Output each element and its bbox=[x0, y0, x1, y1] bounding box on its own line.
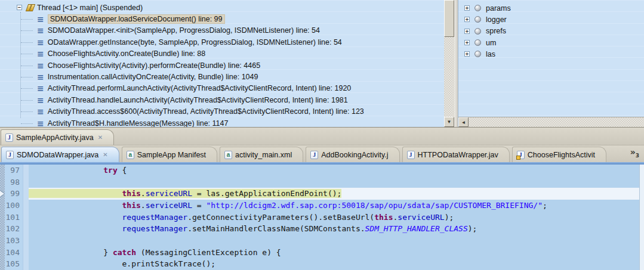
expand-icon[interactable]: + bbox=[464, 40, 470, 45]
variable-icon bbox=[474, 16, 481, 23]
scrollbar-thumb[interactable] bbox=[444, 0, 454, 37]
code-text[interactable]: requestManager.setMainHandlerClassName(S… bbox=[29, 223, 639, 235]
expand-icon[interactable]: + bbox=[464, 17, 470, 22]
code-line[interactable]: 105 e.printStackTrace(); bbox=[5, 258, 639, 270]
folding-margin bbox=[23, 223, 29, 235]
line-number: 102 bbox=[5, 223, 23, 235]
stack-frame[interactable]: ≡ActivityThread.access$600(ActivityThrea… bbox=[0, 106, 444, 117]
stack-frame[interactable]: ≡ActivityThread.performLaunchActivity(Ac… bbox=[0, 83, 444, 94]
scroll-down-button[interactable]: ▼ bbox=[444, 117, 454, 127]
tab-activity-main-xml[interactable]: aactivity_main.xml bbox=[220, 147, 303, 162]
expand-icon[interactable]: + bbox=[464, 51, 470, 57]
stack-frame-label: ActivityThread$H.handleMessage(Message) … bbox=[48, 119, 229, 127]
line-number: 101 bbox=[5, 212, 23, 224]
code-text[interactable]: this.serviceURL = las.getApplicationEndP… bbox=[29, 188, 639, 200]
code-line[interactable]: 103 bbox=[5, 235, 639, 247]
editor-tabbar-bottom: JSDMODataWrapper.java✕aSampleApp Manifes… bbox=[0, 145, 644, 162]
stack-frame-label: SDMODataWrapper.loadServiceDocument() li… bbox=[48, 14, 225, 24]
tab-overflow-chevron[interactable]: »3 bbox=[630, 148, 639, 160]
debug-call-stack: − Thread [<1> main] (Suspended) ≡SDMODat… bbox=[0, 0, 444, 127]
variable-row[interactable]: +sprefs bbox=[458, 26, 644, 37]
tab-label: SampleAppActivity.java bbox=[16, 134, 94, 142]
stack-frame[interactable]: ≡ODataWrapper.getInstance(byte, SampleAp… bbox=[0, 36, 444, 48]
stack-frame-label: ActivityThread.access$600(ActivityThread… bbox=[48, 107, 364, 116]
variable-row[interactable]: +las bbox=[458, 48, 644, 60]
stack-frame-icon: ≡ bbox=[37, 96, 44, 104]
tab-httpodatawrapper-jav[interactable]: JHTTPODataWrapper.jav bbox=[402, 147, 510, 162]
java-file-icon: J bbox=[310, 151, 318, 159]
collapse-icon[interactable]: − bbox=[17, 5, 22, 10]
code-tokens: requestManager.setMainHandlerClassName(S… bbox=[29, 224, 477, 233]
line-number: 104 bbox=[5, 247, 23, 259]
expand-icon[interactable]: + bbox=[464, 29, 470, 34]
code-line[interactable]: 100 this.serviceURL = "http://ldcigm2.wd… bbox=[5, 200, 639, 212]
code-line[interactable]: 97 try { bbox=[5, 165, 639, 176]
folding-margin bbox=[23, 258, 29, 270]
overview-ruler[interactable] bbox=[639, 165, 644, 270]
variable-row[interactable]: +um bbox=[458, 37, 644, 48]
variable-icon bbox=[474, 39, 481, 46]
folding-margin bbox=[23, 165, 29, 176]
annotation-ruler[interactable] bbox=[0, 165, 5, 270]
android-xml-file-icon: a bbox=[127, 151, 134, 159]
code-tokens: e.printStackTrace(); bbox=[29, 259, 215, 268]
stack-frame[interactable]: ≡ActivityThread.handleLaunchActivity(Act… bbox=[0, 94, 444, 105]
debug-vertical-scrollbar[interactable]: ▼ bbox=[444, 0, 454, 127]
stack-frame-label: SDMODataWrapper.<init>(SampleApp, Progre… bbox=[48, 26, 320, 35]
close-icon[interactable]: ✕ bbox=[103, 152, 107, 158]
tab-label: activity_main.xml bbox=[235, 151, 292, 159]
code-tokens: requestManager.getConnectivityParameters… bbox=[29, 213, 454, 222]
stack-frame-label: ODataWrapper.getInstance(byte, SampleApp… bbox=[48, 38, 342, 46]
variables-horizontal-scrollbar[interactable]: ◄ bbox=[458, 117, 644, 127]
tab-chooseflightsactivit[interactable]: JChooseFlightsActivit bbox=[512, 147, 606, 162]
stack-frame-icon: ≡ bbox=[37, 107, 44, 116]
stack-frame-icon: ≡ bbox=[37, 26, 44, 35]
instruction-pointer-icon bbox=[0, 191, 4, 197]
code-line[interactable]: 102 requestManager.setMainHandlerClassNa… bbox=[5, 223, 639, 235]
code-text[interactable] bbox=[29, 176, 639, 188]
code-line[interactable]: 101 requestManager.getConnectivityParame… bbox=[5, 212, 639, 224]
tab-sdmodatawrapper-java[interactable]: JSDMODataWrapper.java✕ bbox=[1, 147, 119, 162]
scroll-left-button[interactable]: ◄ bbox=[458, 117, 469, 127]
thread-node[interactable]: − Thread [<1> main] (Suspended) bbox=[0, 2, 444, 13]
stack-frame[interactable]: ≡ActivityThread$H.handleMessage(Message)… bbox=[0, 117, 444, 127]
debug-view: − Thread [<1> main] (Suspended) ≡SDMODat… bbox=[0, 0, 454, 127]
line-number: 100 bbox=[5, 200, 23, 212]
stack-frame[interactable]: ≡ChooseFlightsActivity(Activity).perform… bbox=[0, 60, 444, 71]
stack-frame[interactable]: ≡Instrumentation.callActivityOnCreate(Ac… bbox=[0, 71, 444, 82]
tab-sampleapp-manifest[interactable]: aSampleApp Manifest bbox=[122, 147, 217, 162]
thread-suspended-icon bbox=[25, 4, 34, 11]
line-number: 98 bbox=[5, 176, 23, 188]
expand-icon[interactable]: + bbox=[464, 5, 470, 11]
code-editor[interactable]: 97 try {9899 this.serviceURL = las.getAp… bbox=[0, 165, 644, 270]
code-lines[interactable]: 97 try {9899 this.serviceURL = las.getAp… bbox=[5, 165, 639, 270]
variable-row[interactable]: +params bbox=[458, 2, 644, 14]
code-text[interactable]: try { bbox=[29, 165, 639, 176]
code-text[interactable] bbox=[29, 235, 639, 247]
code-line[interactable]: 99 this.serviceURL = las.getApplicationE… bbox=[5, 188, 639, 200]
code-text[interactable]: this.serviceURL = "http://ldcigm2.wdf.sa… bbox=[29, 200, 639, 212]
code-line[interactable]: 104 } catch (MessagingClientException e)… bbox=[5, 247, 639, 259]
line-number: 97 bbox=[5, 165, 23, 176]
tab-addbookingactivity-j[interactable]: JAddBookingActivity.j bbox=[306, 147, 399, 162]
close-icon[interactable]: ✕ bbox=[98, 135, 103, 141]
chevron-right-icon: » bbox=[630, 147, 636, 157]
variable-row[interactable]: +logger bbox=[458, 14, 644, 25]
tab-sampleappactivity-java[interactable]: J SampleAppActivity.java ✕ bbox=[1, 129, 114, 145]
stack-frame[interactable]: ≡SDMODataWrapper.<init>(SampleApp, Progr… bbox=[0, 25, 444, 36]
stack-frame-icon: ≡ bbox=[37, 61, 44, 70]
code-text[interactable]: } catch (MessagingClientException e) { bbox=[29, 247, 639, 259]
stack-frame[interactable]: ≡ChooseFlightsActivity.onCreate(Bundle) … bbox=[0, 48, 444, 60]
stack-frame-icon: ≡ bbox=[37, 84, 44, 92]
code-line[interactable]: 98 bbox=[5, 176, 639, 188]
variable-name: params bbox=[486, 4, 511, 13]
thread-label: Thread [<1> main] (Suspended) bbox=[37, 4, 143, 12]
stack-frame[interactable]: ≡SDMODataWrapper.loadServiceDocument() l… bbox=[0, 13, 444, 24]
android-xml-file-icon: a bbox=[224, 151, 232, 159]
code-text[interactable]: requestManager.getConnectivityParameters… bbox=[29, 212, 639, 224]
stack-frame-label: ActivityThread.handleLaunchActivity(Acti… bbox=[48, 96, 348, 104]
code-text[interactable]: e.printStackTrace(); bbox=[29, 258, 639, 270]
code-tokens: try { bbox=[29, 166, 127, 175]
code-tokens: this.serviceURL = "http://ldcigm2.wdf.sa… bbox=[29, 201, 547, 210]
java-file-icon: J bbox=[517, 151, 525, 159]
